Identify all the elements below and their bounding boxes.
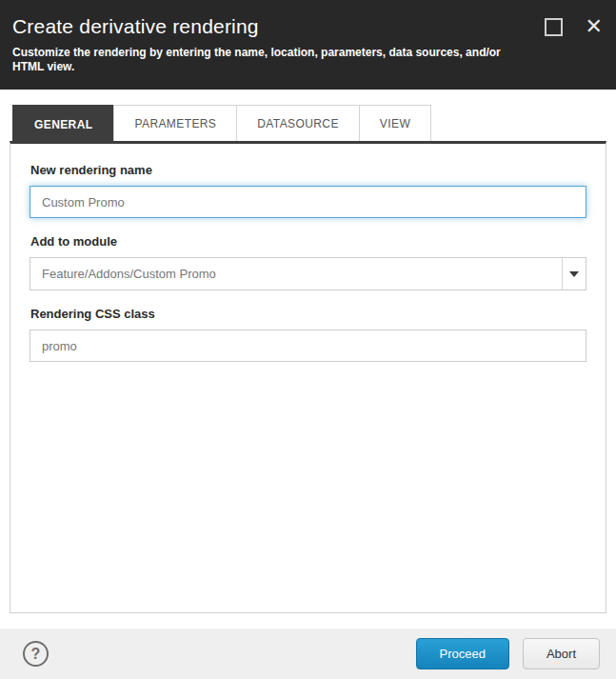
tab-general[interactable]: GENERAL [12, 105, 114, 144]
help-icon[interactable]: ? [23, 641, 49, 667]
new-rendering-name-input[interactable] [30, 186, 586, 218]
add-to-module-label: Add to module [30, 234, 586, 249]
proceed-button[interactable]: Proceed [416, 638, 509, 669]
tab-parameters[interactable]: PARAMETERS [113, 105, 237, 141]
tab-datasource[interactable]: DATASOURCE [236, 105, 360, 141]
new-rendering-name-label: New rendering name [30, 163, 586, 177]
add-to-module-selected-value: Feature/Addons/Custom Promo [30, 258, 562, 290]
rendering-css-class-label: Rendering CSS class [30, 307, 586, 321]
tab-bar: GENERAL PARAMETERS DATASOURCE VIEW [10, 105, 606, 141]
close-icon[interactable]: ✕ [586, 16, 603, 37]
maximize-icon[interactable] [545, 18, 563, 36]
dropdown-arrow-zone[interactable] [562, 258, 586, 290]
dialog-header: Create derivative rendering Customize th… [0, 0, 616, 90]
add-to-module-select[interactable]: Feature/Addons/Custom Promo [30, 257, 586, 290]
abort-button[interactable]: Abort [523, 638, 600, 669]
dialog-footer: ? Proceed Abort [0, 629, 616, 679]
tab-content-panel: New rendering name Add to module Feature… [10, 141, 606, 613]
tab-view[interactable]: VIEW [359, 105, 431, 141]
dialog-title: Create derivative rendering [12, 14, 559, 39]
header-icons: ✕ [545, 16, 603, 37]
dialog-subtitle: Customize the rendering by entering the … [12, 46, 534, 74]
rendering-css-class-input[interactable] [30, 330, 586, 362]
chevron-down-icon [569, 271, 579, 277]
